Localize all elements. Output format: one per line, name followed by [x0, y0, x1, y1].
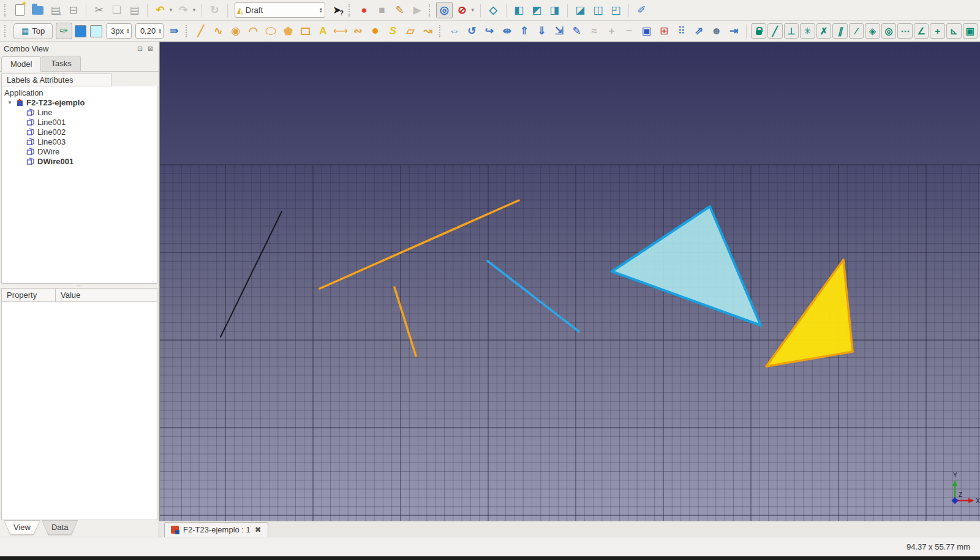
tab-model[interactable]: Model — [1, 56, 41, 72]
tab-data[interactable]: Data — [42, 520, 78, 537]
draft-dimension-icon[interactable]: ⟷ — [333, 23, 349, 39]
draft-upgrade-icon[interactable]: ⇑ — [516, 23, 533, 39]
current-view-button[interactable]: ▦Top — [13, 23, 53, 39]
document-tab[interactable]: F2-T23-ejemplo : 1 ✖ — [164, 522, 268, 537]
line-width-spinner[interactable]: 3px▲▼ — [106, 23, 132, 39]
macro-stop-icon[interactable]: ■ — [374, 2, 390, 18]
toolbar-handle[interactable] — [4, 4, 9, 17]
draft-rectangle-icon[interactable] — [298, 23, 314, 39]
draft-rotate-icon[interactable]: ↺ — [464, 23, 480, 39]
draw-style-menu-arrow[interactable]: ▼ — [470, 7, 475, 13]
draft-shapestring-icon[interactable]: S — [385, 23, 401, 39]
panel-splitter[interactable] — [0, 284, 159, 288]
snap-endpoint-icon[interactable]: ╱ — [767, 23, 783, 39]
face-color-swatch[interactable] — [90, 25, 102, 37]
redo-menu-arrow[interactable]: ▼ — [192, 7, 197, 13]
float-panel-icon[interactable]: ⊡ — [135, 44, 145, 53]
paste-icon[interactable]: ▤ — [126, 2, 143, 18]
tab-view[interactable]: View — [4, 520, 40, 537]
draft-text-icon[interactable]: A — [315, 23, 331, 39]
snap-midpoint-icon[interactable]: ◈ — [865, 23, 880, 39]
draft-trimex-icon[interactable]: ⇹ — [499, 23, 515, 39]
draft-line-icon[interactable]: ╱ — [193, 23, 209, 39]
tree-item[interactable]: ▼F2-T23-ejemplo — [2, 97, 157, 107]
draft-polygon-icon[interactable] — [280, 23, 296, 39]
snap-extension-icon[interactable]: ∕ — [849, 23, 864, 39]
snap-center-icon[interactable]: ◎ — [881, 23, 897, 39]
toolbar-handle[interactable] — [349, 4, 353, 17]
tree-item[interactable]: Line003 — [2, 137, 157, 146]
draft-edit-icon[interactable]: ✎ — [568, 23, 585, 39]
spin-arrows[interactable]: ▲▼ — [126, 28, 130, 34]
draft-offset-icon[interactable]: ↪ — [481, 23, 498, 39]
view-axonometric-icon[interactable]: ◇ — [485, 2, 502, 18]
cut-icon[interactable]: ✂ — [91, 2, 107, 18]
macro-record-icon[interactable]: ● — [356, 2, 372, 18]
toolbar-handle[interactable] — [186, 25, 190, 37]
undo-menu-arrow[interactable]: ▼ — [168, 7, 173, 13]
copy-icon[interactable]: ❏ — [108, 2, 125, 18]
undo-icon[interactable]: ↶ — [152, 2, 168, 18]
draft-move-icon[interactable]: ⇔ — [447, 23, 463, 39]
toolbar-handle[interactable] — [429, 4, 433, 17]
draft-arc-icon[interactable]: ◠ — [245, 23, 262, 39]
draft-scale-icon[interactable]: ⇲ — [551, 23, 568, 39]
toolbar-handle[interactable] — [4, 25, 9, 37]
snap-near-icon[interactable]: ⋯ — [897, 23, 913, 39]
print-icon[interactable]: ⊟ — [65, 2, 81, 18]
tree-item[interactable]: Application — [2, 88, 157, 97]
add-point-icon[interactable]: + — [603, 23, 620, 39]
snap-grid-icon[interactable]: ✳ — [800, 23, 815, 39]
tree-item[interactable]: Line — [2, 107, 157, 117]
value-column-header[interactable]: Value — [56, 289, 85, 301]
close-panel-icon[interactable]: ⊠ — [146, 44, 155, 53]
snap-angle-icon[interactable]: ∠ — [914, 23, 929, 39]
property-table-body[interactable] — [1, 302, 157, 520]
document-close-icon[interactable]: ✖ — [255, 525, 262, 534]
snap-intersection-icon[interactable]: ✗ — [816, 23, 832, 39]
new-file-icon[interactable] — [12, 2, 28, 18]
3d-viewport[interactable]: YXZ — [159, 42, 980, 521]
draft-bezier-icon[interactable]: ↝ — [420, 23, 436, 39]
view-top-icon[interactable]: ◩ — [529, 2, 545, 18]
draw-style-icon[interactable]: ⊘ — [454, 2, 470, 18]
snap-lock-icon[interactable] — [751, 23, 766, 39]
combo-view-titlebar[interactable]: Combo View ⊡ ⊠ — [0, 42, 159, 56]
snap-working-plane-icon[interactable]: ▣ — [963, 23, 978, 39]
draft-wire-icon[interactable]: ∿ — [210, 23, 227, 39]
draft-to-sketch-icon[interactable]: ▣ — [638, 23, 655, 39]
spin-arrows[interactable]: ▲▼ — [158, 28, 162, 34]
view-rear-icon[interactable]: ◪ — [572, 2, 589, 18]
tab-tasks[interactable]: Tasks — [42, 56, 80, 71]
tree-item[interactable]: DWire — [2, 146, 157, 156]
tree-column-header[interactable]: Labels & Attributes — [1, 74, 111, 86]
open-file-icon[interactable] — [29, 2, 46, 18]
polar-array-icon[interactable]: ⊞ — [656, 23, 673, 39]
draft-ellipse-icon[interactable]: ◯ — [263, 23, 279, 39]
view-bottom-icon[interactable]: ◫ — [590, 2, 606, 18]
tree-item[interactable]: Line002 — [2, 127, 157, 137]
whats-this-icon[interactable]: ➤? — [329, 2, 345, 18]
draft-point-icon[interactable] — [368, 23, 384, 39]
workbench-selector[interactable]: ◭Draft▲▼ — [235, 2, 325, 18]
measure-icon[interactable]: ✐ — [633, 2, 650, 18]
expander-icon[interactable]: ▼ — [7, 100, 13, 105]
tree-item[interactable]: DWire001 — [2, 156, 157, 166]
view-front-icon[interactable]: ◧ — [511, 2, 527, 18]
macro-edit-icon[interactable]: ✎ — [391, 2, 408, 18]
line-color-swatch[interactable] — [75, 25, 87, 37]
snap-parallel-icon[interactable]: ∥ — [832, 23, 848, 39]
save-icon[interactable]: ▤↓ — [47, 2, 64, 18]
snap-special-icon[interactable]: + — [930, 23, 945, 39]
toggle-construction-icon[interactable]: ✑ — [56, 23, 72, 39]
combo-spin-arrows[interactable]: ▲▼ — [319, 7, 323, 13]
draft-bspline-icon[interactable]: ∾ — [350, 23, 366, 39]
view-left-icon[interactable]: ◰ — [608, 2, 624, 18]
add-to-group-icon[interactable]: ⇥ — [726, 23, 742, 39]
snap-perpendicular-icon[interactable]: ⊥ — [784, 23, 799, 39]
wire-to-bspline-icon[interactable]: ≈ — [586, 23, 603, 39]
draft-facebinder-icon[interactable]: ▱ — [402, 23, 419, 39]
draft-circle-icon[interactable]: ◉ — [228, 23, 244, 39]
draft-downgrade-icon[interactable]: ⇓ — [533, 23, 550, 39]
clone-icon[interactable]: ☻ — [708, 23, 725, 39]
